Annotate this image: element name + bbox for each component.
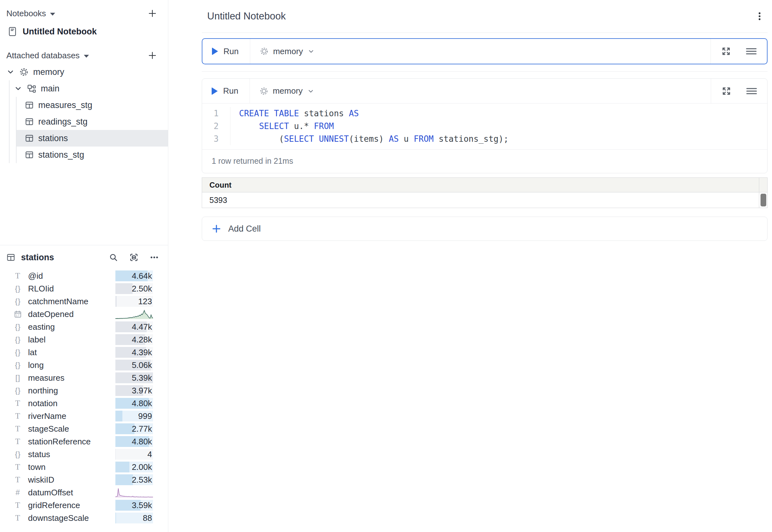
column-name: town <box>28 462 115 472</box>
sidebar-table-item-measures_stg[interactable]: measures_stg <box>17 97 168 113</box>
column-row-notation[interactable]: T notation 4.80k <box>0 397 168 410</box>
attached-databases-header-row: Attached databases <box>6 47 159 64</box>
column-stat: 123 <box>115 296 153 307</box>
column-row-lat[interactable]: {} lat 4.39k <box>0 346 168 359</box>
notebook-cell-2[interactable]: Run memory 123 CREATE TABLE station <box>202 78 768 173</box>
column-count: 4.80k <box>132 399 153 408</box>
column-row-RLOIid[interactable]: {} RLOIid 2.50k <box>0 282 168 295</box>
sidebar-table-item-readings_stg[interactable]: readings_stg <box>17 113 168 130</box>
sql-keyword-token: AS <box>389 134 399 144</box>
attach-database-button[interactable] <box>146 49 159 62</box>
chevron-down-icon <box>307 48 314 55</box>
type-json-icon: {} <box>12 322 24 331</box>
column-row-datumOffset[interactable]: # datumOffset <box>0 486 168 499</box>
sql-editor[interactable]: 123 CREATE TABLE stations AS SELECT u.* … <box>202 104 767 149</box>
column-row-label[interactable]: {} label 4.28k <box>0 333 168 346</box>
preview-table-button[interactable] <box>129 253 139 262</box>
sql-plain-token: stations_stg); <box>434 134 509 144</box>
column-stat: 4 <box>115 449 153 460</box>
column-count: 4.80k <box>132 437 153 447</box>
column-name: downstageScale <box>28 513 115 523</box>
notebooks-dropdown[interactable]: Notebooks <box>6 9 55 18</box>
database-selector[interactable]: memory <box>250 79 324 103</box>
sidebar-database-item[interactable]: memory <box>6 64 168 80</box>
count-bar <box>115 474 133 485</box>
sidebar-table-item-stations_stg[interactable]: stations_stg <box>17 147 168 163</box>
notebook-header: Untitled Notebook <box>202 0 768 32</box>
schema-icon <box>27 84 36 93</box>
add-notebook-button[interactable] <box>146 7 159 20</box>
add-cell-label: Add Cell <box>228 224 261 234</box>
column-row-dateOpened[interactable]: 17 dateOpened <box>0 308 168 320</box>
search-columns-button[interactable] <box>109 253 118 262</box>
column-row-northing[interactable]: {} northing 3.97k <box>0 384 168 397</box>
sidebar-schema-item[interactable]: main <box>10 80 168 97</box>
table-name: measures_stg <box>38 100 92 110</box>
notebooks-header-row: Notebooks <box>6 5 159 22</box>
column-stat: 4.64k <box>115 270 153 281</box>
table-icon <box>25 150 34 159</box>
run-label: Run <box>223 47 239 56</box>
attached-databases-dropdown[interactable]: Attached databases <box>6 51 89 61</box>
notebook-cell-1[interactable]: Run memory <box>202 38 768 64</box>
column-stat: 4.80k <box>115 398 153 409</box>
column-count: 3.97k <box>132 386 153 396</box>
column-stat: 3.97k <box>115 385 153 396</box>
run-button[interactable]: Run <box>202 39 250 64</box>
sql-code: CREATE TABLE stations AS SELECT u.* FROM… <box>230 107 509 145</box>
column-row-catchmentName[interactable]: {} catchmentName 123 <box>0 295 168 308</box>
type-text-icon: T <box>12 424 24 433</box>
sidebar-table-item-stations[interactable]: stations <box>17 130 168 147</box>
table-icon <box>25 101 34 110</box>
column-row-easting[interactable]: {} easting 4.47k <box>0 320 168 333</box>
sidebar-notebook-item[interactable]: Untitled Notebook <box>6 22 159 41</box>
result-scrollbar-track[interactable] <box>759 192 767 208</box>
cell-menu-button[interactable] <box>746 87 757 96</box>
cell-menu-button[interactable] <box>746 47 757 56</box>
type-text-icon: T <box>12 271 24 280</box>
column-stat: 4.28k <box>115 334 153 345</box>
more-options-button[interactable] <box>149 253 159 262</box>
column-row-stationReference[interactable]: T stationReference 4.80k <box>0 435 168 448</box>
column-name: catchmentName <box>28 297 115 306</box>
scrollbar-thumb[interactable] <box>761 194 766 206</box>
column-name: long <box>28 360 115 370</box>
svg-text:17: 17 <box>16 314 20 317</box>
column-name: gridReference <box>28 500 115 510</box>
column-row-measures[interactable]: [] measures 5.39k <box>0 371 168 384</box>
add-cell-button[interactable]: Add Cell <box>202 217 768 241</box>
column-row-wiskiID[interactable]: T wiskiID 2.53k <box>0 473 168 486</box>
run-label: Run <box>223 86 238 96</box>
column-row-town[interactable]: T town 2.00k <box>0 461 168 473</box>
count-bar <box>115 296 117 307</box>
column-count: 3.59k <box>132 500 153 510</box>
expand-icon <box>721 46 731 56</box>
memory-database-icon <box>259 87 268 96</box>
hamburger-icon <box>746 87 757 96</box>
notebook-menu-button[interactable] <box>752 8 768 24</box>
result-cell[interactable]: 5393 <box>202 192 759 208</box>
table-name: readings_stg <box>38 117 88 127</box>
column-row-long[interactable]: {} long 5.06k <box>0 359 168 371</box>
run-button[interactable]: Run <box>202 79 250 103</box>
expand-cell-button[interactable] <box>721 86 732 96</box>
count-bar <box>115 462 129 472</box>
column-row-gridReference[interactable]: T gridReference 3.59k <box>0 499 168 512</box>
column-row-downstageScale[interactable]: T downstageScale 88 <box>0 512 168 524</box>
sql-plain-token: ( <box>239 134 284 144</box>
type-text-icon: T <box>12 463 24 471</box>
play-icon <box>212 47 218 55</box>
column-row-@id[interactable]: T @id 4.64k <box>0 270 168 282</box>
table-icon <box>6 253 15 262</box>
calendar-icon: 17 <box>14 310 22 318</box>
column-stat: 2.77k <box>115 423 153 434</box>
column-name: dateOpened <box>28 309 115 319</box>
column-row-status[interactable]: {} status 4 <box>0 448 168 461</box>
database-selector[interactable]: memory <box>250 39 324 64</box>
column-count: 2.77k <box>132 424 153 434</box>
column-row-riverName[interactable]: T riverName 999 <box>0 410 168 422</box>
column-row-stageScale[interactable]: T stageScale 2.77k <box>0 422 168 435</box>
type-array-icon: [] <box>12 373 24 382</box>
expand-cell-button[interactable] <box>721 46 731 56</box>
column-count: 5.39k <box>132 373 153 383</box>
